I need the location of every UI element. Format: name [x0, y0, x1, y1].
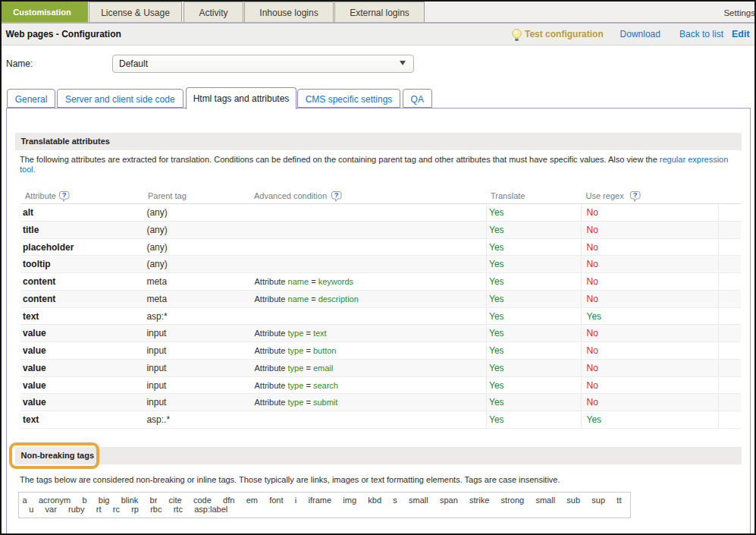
svg-text:?: ? [633, 191, 638, 199]
svg-text:?: ? [334, 191, 339, 199]
svg-text:?: ? [62, 191, 67, 199]
